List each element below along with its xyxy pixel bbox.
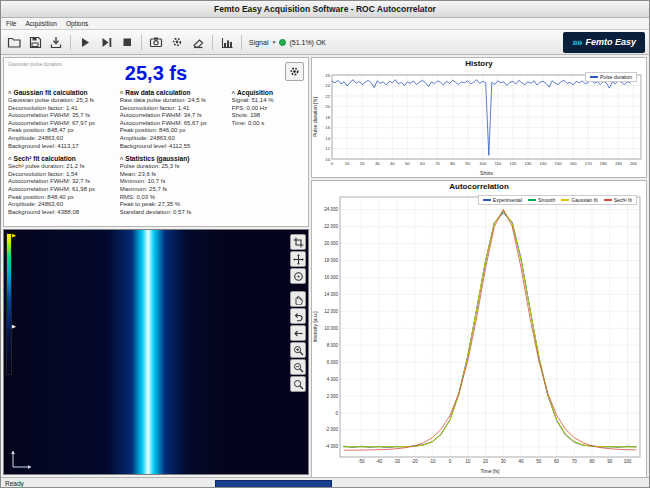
menu-file[interactable]: File [6,20,16,27]
svg-text:60: 60 [420,161,425,166]
colorbar-marker-icon[interactable]: ▶ [12,323,16,329]
history-chart[interactable]: 0102030405060708090100110120130140150160… [312,70,646,176]
stat-line: Time: 0,00 s [232,120,305,128]
section-title: Sech² fit calculation [14,155,76,162]
status-bar: Ready [1,477,649,488]
svg-text:100: 100 [624,459,632,464]
svg-text:Shots: Shots [480,170,493,176]
stop-button[interactable] [117,32,137,52]
left-column: Gaussian pulse duration 25,3 fs ˄Gaussia… [3,57,309,475]
eraser-icon [191,35,205,49]
colorbar-marker-icon[interactable]: ▶ [12,232,16,238]
hand-tool-button[interactable] [290,291,306,307]
toolbar-separator [141,35,142,50]
svg-text:-4 000: -4 000 [325,444,338,449]
settings-button[interactable] [167,32,187,52]
step-button[interactable] [96,32,116,52]
svg-text:20: 20 [483,459,489,464]
arrow-left-icon [293,328,304,339]
svg-text:Time [fs]: Time [fs] [481,468,501,474]
export-button[interactable] [46,32,66,52]
stat-line: Sech² pulse duration: 21,2 fs [8,163,117,171]
section-title: Acquisition [237,89,273,96]
download-icon [49,35,63,49]
section-title: Gaussian fit calculation [14,89,88,96]
svg-text:16: 16 [325,125,330,130]
zoom-out-button[interactable] [290,359,306,375]
stat-line: Autocorrelation FWHM: 67,97 px [8,120,117,128]
stats-section-2: ˄AcquisitionSignal: 51,14 %FPS: 0,00 HzS… [232,89,305,150]
save-button[interactable] [25,32,45,52]
zoom-in-button[interactable] [290,342,306,358]
main-area: Gaussian pulse duration 25,3 fs ˄Gaussia… [1,55,649,477]
clear-button[interactable] [188,32,208,52]
stats-grid: ˄Gaussian fit calculationGaussian pulse … [6,87,306,216]
zoom-select-button[interactable] [290,376,306,392]
svg-text:10: 10 [325,157,330,162]
stats-section-1: ˄Raw data calculationRaw data pulse dura… [120,89,229,150]
collapse-icon[interactable]: ˄ [120,156,124,162]
svg-text:12 000: 12 000 [324,309,338,314]
history-chart-card: History Pulse duration 01020304050607080… [311,57,647,178]
center-target-button[interactable] [290,268,306,284]
stats-section-3: ˄Sech² fit calculationSech² pulse durati… [8,155,117,216]
results-settings-button[interactable] [285,62,304,81]
svg-text:26: 26 [325,73,330,78]
step-forward-icon [99,35,113,49]
stat-line: Background level: 4112,55 [120,143,229,151]
axes-indicator-icon [10,448,36,470]
stat-line: Background level: 4388,08 [8,209,117,217]
stat-line: Mean: 23,6 fs [120,171,304,179]
camera-button[interactable] [146,32,166,52]
collapse-icon[interactable]: ˄ [8,156,12,162]
stop-icon [120,35,134,49]
open-button[interactable] [4,32,24,52]
svg-text:-50: -50 [358,459,365,464]
menu-options[interactable]: Options [66,20,88,27]
signal-label: Signal [249,39,268,46]
autocorrelation-chart[interactable]: -50-40-30-20-100102030405060708090100-4 … [312,193,646,474]
svg-text:80: 80 [590,459,596,464]
magnifier-icon [293,379,304,390]
svg-text:10: 10 [345,161,350,166]
stat-line: Peak position: 848,40 px [8,194,117,202]
svg-text:24: 24 [325,83,330,88]
pan-button[interactable] [290,251,306,267]
svg-text:6 000: 6 000 [327,360,339,365]
camera-image[interactable]: ▶ ▶ [3,229,309,475]
svg-text:200: 200 [630,161,638,166]
femto-easy-logo: »» Femto Easy [563,32,645,53]
stat-line: Maximum: 25,7 fs [120,186,304,194]
svg-text:24 000: 24 000 [324,207,338,212]
svg-text:70: 70 [435,161,440,166]
collapse-icon[interactable]: ˄ [120,90,124,96]
stat-line: FPS: 0,00 Hz [232,105,305,113]
undo-button[interactable] [290,308,306,324]
back-button[interactable] [290,325,306,341]
stat-line: Autocorrelation FWHM: 32,7 fs [8,178,117,186]
history-chart-title: History [312,58,646,70]
legend-item: Experimental [483,197,522,203]
svg-text:120: 120 [509,161,517,166]
image-toolbar [290,234,306,392]
results-header: Gaussian pulse duration 25,3 fs [6,60,306,87]
chevron-down-icon[interactable]: ▼ [271,39,276,45]
svg-text:90: 90 [607,459,613,464]
crop-button[interactable] [290,234,306,250]
stat-line: Standard deviation: 0,57 fs [120,209,304,217]
stat-line: Minimum: 10,7 fs [120,178,304,186]
collapse-icon[interactable]: ˄ [8,90,12,96]
histogram-button[interactable] [217,32,237,52]
section-title: Raw data calculation [125,89,190,96]
svg-text:2 000: 2 000 [327,394,339,399]
menu-acquisition[interactable]: Acquisition [25,20,56,27]
play-button[interactable] [75,32,95,52]
stat-line: Amplitude: 24863,60 [8,135,117,143]
svg-text:12: 12 [325,146,330,151]
toolbar-separator [212,35,213,50]
history-legend: Pulse duration [585,72,637,82]
legend-item: Gaussian fit [561,197,597,203]
colorbar[interactable] [6,233,12,375]
collapse-icon[interactable]: ˄ [232,90,236,96]
svg-text:30: 30 [375,161,380,166]
